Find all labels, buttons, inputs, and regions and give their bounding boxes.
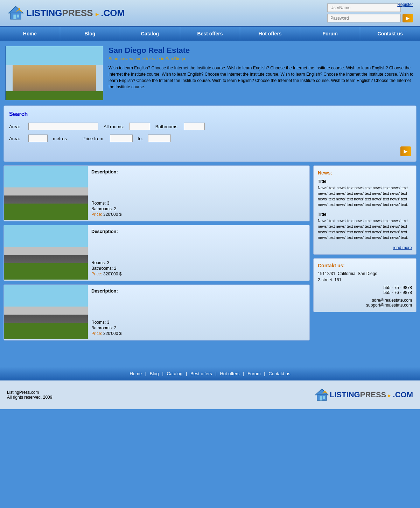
listing-bathrooms: Bathrooms: 2 — [91, 266, 306, 271]
price-value: 320'000 $ — [103, 212, 121, 217]
footer-nav-contact[interactable]: Contakt us — [268, 371, 290, 376]
nav-blog[interactable]: Blog — [60, 27, 120, 41]
listing-card: Description: Rooms: 3 Bathrooms: 2 Price… — [4, 284, 310, 341]
logo: LISTINGPRESS ▸ .COM — [7, 4, 125, 22]
area-metres-input[interactable] — [28, 135, 48, 142]
svg-rect-7 — [320, 396, 322, 400]
contact-email-2: support@realestate.com — [318, 303, 412, 308]
price-label: Price: — [91, 272, 102, 276]
news-item-title: Title — [318, 212, 412, 217]
news-item-title: Title — [318, 179, 412, 184]
listing-rooms: Rooms: 3 — [91, 201, 306, 206]
listing-info: Description: Rooms: 3 Bathrooms: 2 Price… — [88, 166, 309, 221]
nav-catalog[interactable]: Catalog — [120, 27, 180, 41]
footer-copyright: ListingPress.com All rights reserved. 20… — [7, 390, 52, 400]
footer-nav-home[interactable]: Home — [130, 371, 142, 376]
search-button[interactable]: ► — [400, 146, 411, 156]
sidebar: News: Title News' text news' text news' … — [313, 165, 416, 341]
nav-forum[interactable]: Forum — [300, 27, 360, 41]
footer-nav-sep: | — [162, 371, 164, 376]
price-from-input[interactable] — [110, 135, 133, 142]
listing-image — [4, 225, 88, 280]
search-section: Search Area: All rooms: Bathrooms: Area:… — [4, 105, 416, 162]
hero-description: Wish to learn English? Choose the Intern… — [108, 65, 415, 90]
contact-emails: sdre@realestate.com support@realestate.c… — [318, 298, 412, 308]
listing-image — [4, 166, 88, 220]
listing-info: Description: Rooms: 3 Bathrooms: 2 Price… — [88, 225, 309, 281]
username-input[interactable] — [327, 4, 401, 12]
to-label: to: — [138, 136, 143, 141]
footer-nav-hot-offers[interactable]: Hot offers — [220, 371, 239, 376]
footer-nav-blog[interactable]: Blog — [150, 371, 159, 376]
svg-rect-8 — [323, 396, 325, 399]
metres-label: metres — [53, 136, 67, 141]
nav-home[interactable]: Home — [0, 27, 60, 41]
news-item-text: News' text news' text news' text news' t… — [318, 218, 412, 241]
news-section: News: Title News' text news' text news' … — [313, 165, 416, 255]
listings-section: Description: Rooms: 3 Bathrooms: 2 Price… — [4, 165, 310, 341]
main-content: San Diego Real Estate Search every home … — [0, 41, 420, 362]
listing-bathrooms: Bathrooms: 2 — [91, 206, 306, 211]
hero-image — [5, 46, 103, 100]
area-label-2: Area: — [9, 136, 23, 141]
listing-description: Description: — [91, 169, 306, 174]
footer-copy-line2: All rights reserved. 2009 — [7, 395, 52, 400]
search-submit-row: ► — [9, 146, 411, 156]
footer-nav-sep: | — [215, 371, 218, 376]
price-value: 320'000 $ — [103, 331, 121, 336]
footer-nav-forum[interactable]: Forum — [247, 371, 261, 376]
listing-price: Price: 320'000 $ — [91, 212, 306, 217]
nav-contact-us[interactable]: Contakt us — [360, 27, 420, 41]
logo-house-icon — [7, 4, 24, 22]
main-nav: Home Blog Catalog Best offers Hot offers… — [0, 26, 420, 41]
read-more-link[interactable]: read more — [393, 245, 412, 250]
news-item: Title News' text news' text news' text n… — [318, 179, 412, 208]
listing-bathrooms: Bathrooms: 2 — [91, 325, 306, 330]
contact-address-2: 2-street. 181 — [318, 277, 412, 282]
logo-text: LISTINGPRESS ▸ .COM — [26, 8, 125, 19]
listing-card: Description: Rooms: 3 Bathrooms: 2 Price… — [4, 225, 310, 281]
search-row-2: Area: metres Price from: to: — [9, 135, 411, 142]
footer-logo-text: LISTINGPRESS ▸ .COM — [330, 390, 413, 399]
svg-rect-3 — [17, 15, 19, 18]
contact-phone-1: 555 - 75 - 9878 — [318, 285, 412, 290]
hero-section: San Diego Real Estate Search every home … — [4, 44, 416, 102]
listing-image — [4, 285, 88, 339]
nav-best-offers[interactable]: Best offers — [180, 27, 240, 41]
area-input[interactable] — [28, 123, 98, 130]
password-input[interactable] — [327, 14, 401, 22]
price-value: 320'000 $ — [103, 272, 121, 276]
footer-logo-house-icon — [314, 387, 330, 402]
nav-hot-offers[interactable]: Hot offers — [240, 27, 300, 41]
contact-title: Contakt us: — [318, 263, 412, 268]
listing-details: Rooms: 3 Bathrooms: 2 Price: 320'000 $ — [91, 295, 306, 336]
contact-address-1: 19112/31. California. San Diego. — [318, 271, 412, 276]
footer-nav-catalog[interactable]: Catalog — [167, 371, 182, 376]
price-label: Price: — [91, 331, 102, 336]
footer-nav-sep: | — [264, 371, 266, 376]
listing-card: Description: Rooms: 3 Bathrooms: 2 Price… — [4, 165, 310, 221]
hero-text: San Diego Real Estate Search every home … — [108, 46, 415, 100]
all-rooms-label: All rooms: — [104, 124, 124, 129]
login-button[interactable]: ► — [402, 14, 413, 22]
svg-marker-5 — [315, 389, 329, 395]
search-title: Search — [9, 111, 411, 117]
contact-email-1: sdre@realestate.com — [318, 298, 412, 303]
login-arrow-icon: ► — [405, 15, 411, 22]
price-from-label: Price from: — [83, 136, 105, 141]
footer-nav: Home | Blog | Catalog | Best offers | Ho… — [0, 367, 420, 380]
news-title: News: — [318, 170, 412, 176]
news-item-text: News' text news' text news' text news' t… — [318, 185, 412, 208]
listing-price: Price: 320'000 $ — [91, 331, 306, 336]
price-to-input[interactable] — [148, 135, 171, 142]
register-link[interactable]: Register — [397, 2, 413, 7]
hero-subtitle: Search every home for sale in San Diego — [108, 56, 415, 61]
footer-nav-best-offers[interactable]: Best offers — [190, 371, 212, 376]
news-item: Title News' text news' text news' text n… — [318, 212, 412, 241]
rooms-input[interactable] — [129, 123, 150, 130]
listing-description: Description: — [91, 229, 306, 234]
bathrooms-input[interactable] — [184, 123, 205, 130]
bathrooms-label: Bathrooms: — [155, 124, 178, 129]
listing-rooms: Rooms: 3 — [91, 260, 306, 265]
read-more: read more — [318, 245, 412, 250]
